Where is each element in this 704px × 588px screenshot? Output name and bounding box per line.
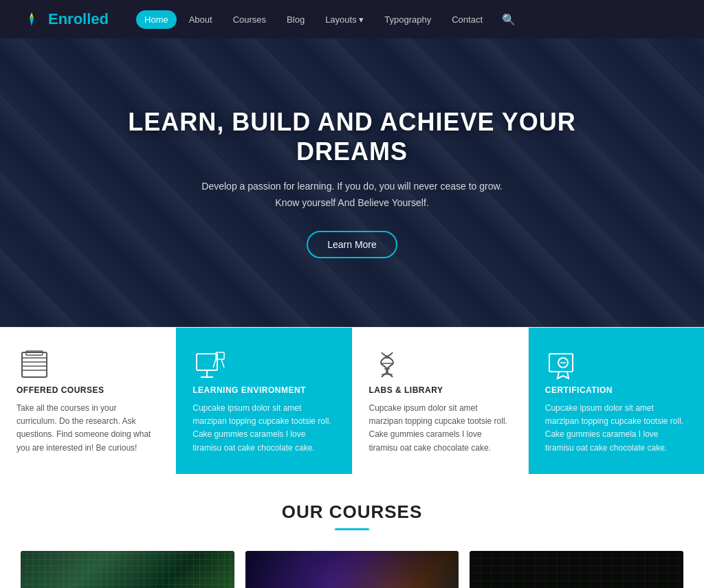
nav-links: Home About Courses Blog Layouts ▾ Typogr… <box>136 9 683 30</box>
feature-cert-title: CERTIFICATION <box>545 385 688 395</box>
book-icon <box>16 347 52 383</box>
nav-layouts[interactable]: Layouts ▾ <box>317 10 372 29</box>
feature-certification: CERTIFICATION Cupcake ipsum dolor sit am… <box>529 328 704 474</box>
feature-learning-desc: Cupcake ipsum dolor sit amet marzipan to… <box>192 402 335 455</box>
courses-section-title: OUR COURSES <box>21 501 683 523</box>
navbar: Enrolled Home About Courses Blog Layouts… <box>0 0 704 38</box>
hero-section: LEARN, BUILD AND ACHIEVE YOUR DREAMS Dev… <box>0 38 704 327</box>
search-icon[interactable]: 🔍 <box>495 9 522 30</box>
course-thumb-trading <box>470 551 683 588</box>
logo[interactable]: Enrolled <box>21 8 109 30</box>
hero-subtitle-line2: Know yourself And Believe Yourself. <box>275 197 428 208</box>
learning-icon <box>192 347 228 383</box>
section-underline <box>335 528 369 530</box>
courses-grid <box>21 551 683 588</box>
course-card-trading[interactable] <box>470 551 683 588</box>
feature-labs-desc: Cupcake ipsum dolor sit amet marzipan to… <box>369 402 512 455</box>
course-card-electronics[interactable] <box>21 551 234 588</box>
nav-contact[interactable]: Contact <box>443 10 491 29</box>
learn-more-button[interactable]: Learn More <box>307 231 397 258</box>
brand-name: Enrolled <box>48 10 109 28</box>
feature-learning-title: LEARNING ENVIRONMENT <box>192 385 335 395</box>
svg-rect-1 <box>22 352 47 377</box>
hero-subtitle-line1: Develop a passion for learning. If you d… <box>201 181 502 192</box>
nav-blog[interactable]: Blog <box>278 10 313 29</box>
feature-labs-title: LABS & LIBRARY <box>369 385 512 395</box>
hero-title: LEARN, BUILD AND ACHIEVE YOUR DREAMS <box>125 107 579 166</box>
courses-header: OUR COURSES <box>21 501 683 530</box>
svg-rect-7 <box>197 354 217 370</box>
course-thumb-electronics <box>21 551 234 588</box>
feature-offered-courses: OFFERED COURSES Take all the courses in … <box>0 328 176 474</box>
course-card-ai[interactable] <box>245 551 459 588</box>
nav-courses[interactable]: Courses <box>225 10 274 29</box>
courses-section: OUR COURSES <box>0 474 704 588</box>
features-section: OFFERED COURSES Take all the courses in … <box>0 327 704 474</box>
hero-content: LEARN, BUILD AND ACHIEVE YOUR DREAMS Dev… <box>111 107 593 258</box>
feature-labs-library: LABS & LIBRARY Cupcake ipsum dolor sit a… <box>353 328 529 474</box>
nav-about[interactable]: About <box>181 10 221 29</box>
svg-line-13 <box>213 359 216 368</box>
certificate-icon <box>545 347 581 383</box>
svg-line-12 <box>221 359 224 368</box>
hero-subtitle: Develop a passion for learning. If you d… <box>125 179 579 212</box>
feature-offered-courses-title: OFFERED COURSES <box>16 385 159 395</box>
logo-icon <box>21 8 43 30</box>
feature-cert-desc: Cupcake ipsum dolor sit amet marzipan to… <box>545 402 688 455</box>
feature-offered-courses-desc: Take all the courses in your curriculum.… <box>16 402 159 455</box>
feature-learning-environment: LEARNING ENVIRONMENT Cupcake ipsum dolor… <box>176 328 352 474</box>
course-thumb-ai <box>245 551 459 588</box>
nav-typography[interactable]: Typography <box>376 10 439 29</box>
nav-home[interactable]: Home <box>136 10 177 29</box>
lab-icon <box>369 347 405 383</box>
